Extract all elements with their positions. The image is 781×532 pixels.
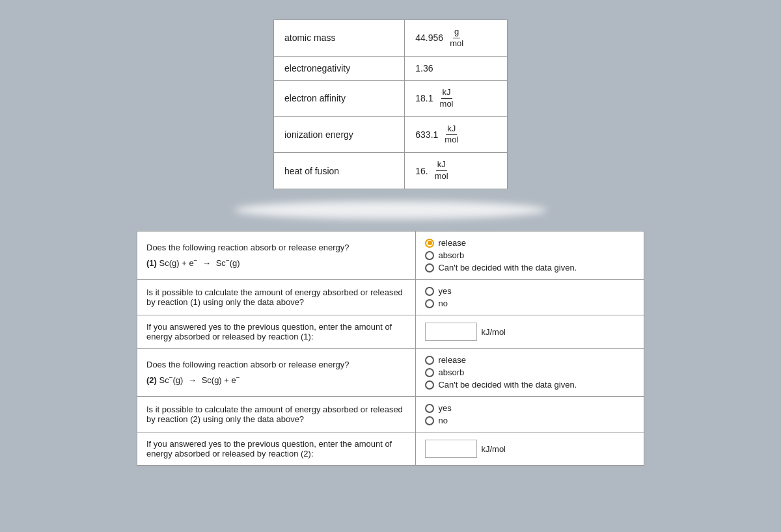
radio-item-0-2[interactable]: Can't be decided with the data given. — [425, 263, 635, 273]
radio-item-0-0[interactable]: release — [425, 238, 635, 248]
radio-item-0-1[interactable]: absorb — [425, 250, 635, 260]
energy-input-5[interactable] — [425, 440, 477, 458]
property-name-3: ionization energy — [274, 116, 405, 153]
question-left-4: Is it possible to calculate the amount o… — [137, 397, 416, 432]
property-value-3: 633.1kJmol — [405, 116, 508, 153]
radio-item-3-0[interactable]: release — [425, 355, 635, 365]
question-right-5: kJ/mol — [416, 432, 644, 466]
property-number-0: 44.956 — [415, 33, 443, 43]
property-value-1: 1.36 — [405, 56, 508, 80]
page-container: atomic mass44.956gmolelectronegativity1.… — [124, 20, 657, 466]
property-number-4: 16. — [415, 166, 428, 176]
radio-group-1: yesno — [425, 286, 635, 308]
radio-circle-0-1[interactable] — [425, 251, 434, 260]
radio-circle-1-0[interactable] — [425, 287, 434, 296]
property-name-4: heat of fusion — [274, 153, 405, 189]
highlight-bar — [234, 201, 547, 219]
radio-label-0-2: Can't be decided with the data given. — [438, 263, 577, 273]
property-number-3: 633.1 — [415, 129, 438, 140]
radio-group-3: releaseabsorbCan't be decided with the d… — [425, 355, 635, 390]
reaction-3: (2) Sc−(g) → Sc(g) + e− — [146, 373, 406, 384]
unit-numerator-4: kJ — [436, 159, 447, 171]
unit-numerator-0: g — [453, 27, 460, 38]
unit-numerator-3: kJ — [446, 124, 457, 135]
radio-label-4-0: yes — [438, 403, 451, 413]
radio-circle-1-1[interactable] — [425, 299, 434, 308]
radio-label-3-0: release — [438, 355, 466, 365]
radio-item-1-1[interactable]: no — [425, 299, 635, 308]
property-name-2: electron affinity — [274, 80, 405, 116]
input-row-5: kJ/mol — [425, 440, 635, 458]
question-text-0: Does the following reaction absorb or re… — [146, 243, 406, 252]
question-right-0: releaseabsorbCan't be decided with the d… — [416, 232, 644, 280]
reaction-text-3: (2) Sc−(g) → Sc(g) + e− — [146, 375, 240, 385]
question-left-5: If you answered yes to the previous ques… — [137, 432, 416, 466]
unit-denominator-4: mol — [433, 171, 450, 182]
energy-input-2[interactable] — [425, 323, 477, 341]
property-value-0: 44.956gmol — [405, 20, 508, 57]
radio-label-3-2: Can't be decided with the data given. — [438, 380, 577, 390]
unit-numerator-2: kJ — [441, 87, 452, 99]
radio-circle-3-1[interactable] — [425, 368, 434, 377]
energy-unit-5: kJ/mol — [481, 444, 506, 454]
question-left-2: If you answered yes to the previous ques… — [137, 315, 416, 349]
question-text-4: Is it possible to calculate the amount o… — [146, 405, 406, 424]
radio-label-0-1: absorb — [438, 250, 464, 260]
question-right-1: yesno — [416, 280, 644, 315]
property-name-1: electronegativity — [274, 56, 405, 80]
question-right-4: yesno — [416, 397, 644, 432]
property-number-2: 18.1 — [415, 93, 433, 103]
reaction-0: (1) Sc(g) + e− → Sc−(g) — [146, 256, 406, 267]
radio-label-4-1: no — [438, 416, 447, 425]
radio-item-3-1[interactable]: absorb — [425, 367, 635, 377]
radio-label-3-1: absorb — [438, 367, 464, 377]
question-left-0: Does the following reaction absorb or re… — [137, 232, 416, 280]
input-row-2: kJ/mol — [425, 323, 635, 341]
question-text-3: Does the following reaction absorb or re… — [146, 360, 406, 369]
question-right-2: kJ/mol — [416, 315, 644, 349]
question-right-3: releaseabsorbCan't be decided with the d… — [416, 349, 644, 397]
radio-item-1-0[interactable]: yes — [425, 286, 635, 296]
question-left-3: Does the following reaction absorb or re… — [137, 349, 416, 397]
question-text-1: Is it possible to calculate the amount o… — [146, 287, 406, 307]
question-text-5: If you answered yes to the previous ques… — [146, 439, 406, 459]
radio-circle-3-0[interactable] — [425, 356, 434, 365]
property-value-4: 16.kJmol — [405, 153, 508, 189]
radio-circle-0-2[interactable] — [425, 263, 434, 273]
unit-denominator-3: mol — [443, 135, 459, 146]
question-left-1: Is it possible to calculate the amount o… — [137, 280, 416, 315]
radio-group-4: yesno — [425, 403, 635, 425]
property-value-2: 18.1kJmol — [405, 80, 508, 116]
radio-label-1-0: yes — [438, 286, 451, 296]
reaction-text-0: (1) Sc(g) + e− → Sc−(g) — [146, 258, 240, 268]
radio-item-4-1[interactable]: no — [425, 416, 635, 425]
unit-denominator-2: mol — [439, 99, 455, 110]
radio-item-4-0[interactable]: yes — [425, 403, 635, 413]
property-name-0: atomic mass — [274, 20, 405, 57]
unit-denominator-0: mol — [448, 38, 465, 49]
radio-circle-4-1[interactable] — [425, 416, 434, 425]
radio-group-0: releaseabsorbCan't be decided with the d… — [425, 238, 635, 273]
radio-label-1-1: no — [438, 299, 447, 308]
radio-circle-3-2[interactable] — [425, 380, 434, 390]
radio-circle-0-0[interactable] — [425, 239, 434, 248]
radio-label-0-0: release — [438, 238, 466, 248]
questions-table: Does the following reaction absorb or re… — [137, 231, 644, 466]
radio-item-3-2[interactable]: Can't be decided with the data given. — [425, 380, 635, 390]
properties-table: atomic mass44.956gmolelectronegativity1.… — [273, 20, 508, 189]
question-text-2: If you answered yes to the previous ques… — [146, 322, 406, 341]
radio-circle-4-0[interactable] — [425, 404, 434, 413]
energy-unit-2: kJ/mol — [481, 327, 506, 337]
